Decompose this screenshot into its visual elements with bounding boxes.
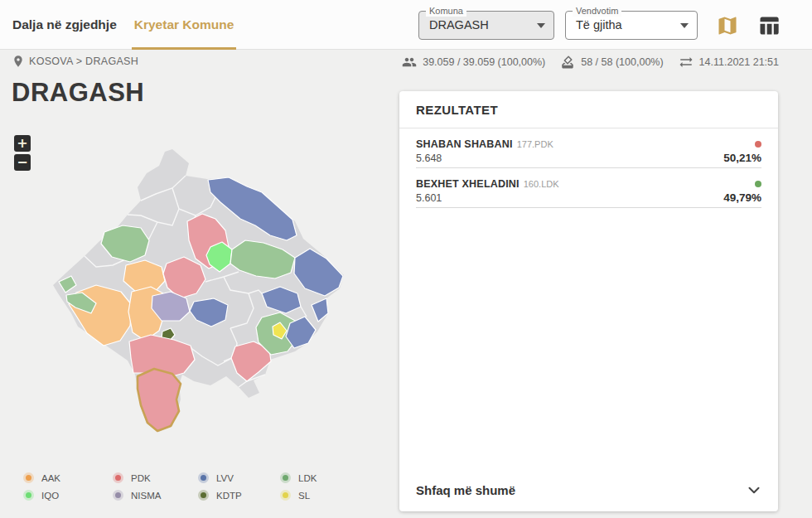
map-zoom-controls: + − xyxy=(14,135,31,171)
results-title: REZULTATET xyxy=(416,103,498,117)
candidate-list: SHABAN SHABANI 177.PDK 5.648 50,21% BEXH… xyxy=(399,128,778,208)
party-dot-icon xyxy=(755,141,761,148)
party-dot-icon xyxy=(23,490,34,501)
legend-label: PDK xyxy=(131,473,151,483)
legend-label: LDK xyxy=(298,473,317,483)
sync-arrows-icon xyxy=(679,55,694,70)
candidate-list-number: 177.PDK xyxy=(517,139,553,149)
map-region-selected-dragash[interactable] xyxy=(138,369,181,431)
tab-bar: Dalja në zgjedhjeKryetar Komune xyxy=(12,0,234,50)
candidate-percent: 50,21% xyxy=(723,152,761,164)
stat-item: 14.11.2021 21:51 xyxy=(679,55,779,70)
candidate-votes: 5.648 xyxy=(416,152,442,164)
chevron-down-icon xyxy=(537,23,545,28)
vendvotim-select-label: Vendvotim xyxy=(573,5,621,17)
candidate-list-number: 160.LDK xyxy=(524,179,559,189)
map-icon xyxy=(716,14,739,37)
zoom-in-button[interactable]: + xyxy=(14,135,31,152)
party-dot-icon xyxy=(113,490,123,501)
party-dot-icon xyxy=(198,472,209,483)
chevron-down-icon xyxy=(680,23,689,28)
legend-item-sl: SL xyxy=(280,489,355,501)
party-dot-icon xyxy=(23,472,34,483)
candidate-percent: 49,79% xyxy=(723,191,761,204)
candidate-row: SHABAN SHABANI 177.PDK 5.648 50,21% xyxy=(416,128,761,168)
candidate-name: BEXHET XHELADINI xyxy=(416,178,520,190)
party-dot-icon xyxy=(280,490,291,501)
chevron-down-icon xyxy=(745,481,763,499)
map-view-button[interactable] xyxy=(716,14,739,37)
party-dot-icon xyxy=(755,181,761,187)
tab-dalja-ne-zgjedhje[interactable]: Dalja në zgjedhje xyxy=(12,0,117,50)
top-bar: Dalja në zgjedhjeKryetar Komune Komuna D… xyxy=(0,0,812,50)
legend-label: AAK xyxy=(41,473,60,483)
legend-item-aak: AAK xyxy=(23,472,113,484)
breadcrumb-path[interactable]: KOSOVA > DRAGASH xyxy=(29,56,138,67)
people-icon xyxy=(402,55,417,70)
tab-kryetar-komune[interactable]: Kryetar Komune xyxy=(134,0,234,50)
legend-item-kdtp: KDTP xyxy=(198,489,280,501)
vendvotim-select[interactable]: Vendvotim Të gjitha xyxy=(565,11,698,40)
candidate-votes: 5.601 xyxy=(416,192,442,204)
results-panel: REZULTATET SHABAN SHABANI 177.PDK 5.648 … xyxy=(399,91,778,511)
party-dot-icon xyxy=(113,472,123,483)
legend-label: NISMA xyxy=(131,491,161,501)
party-dot-icon xyxy=(198,490,209,501)
location-pin-icon xyxy=(12,55,25,68)
party-legend: AAKPDKLVVLDKIQONISMAKDTPSL xyxy=(23,472,355,501)
stat-item: 58 / 58 (100,00%) xyxy=(560,55,663,70)
legend-label: SL xyxy=(298,491,310,501)
breadcrumb[interactable]: KOSOVA > DRAGASH xyxy=(12,55,138,68)
kosovo-municipalities-map[interactable] xyxy=(48,143,367,441)
legend-item-lvv: LVV xyxy=(198,472,280,484)
stat-text: 39.059 / 39.059 (100,00%) xyxy=(423,56,545,68)
party-dot-icon xyxy=(280,472,291,483)
results-panel-header: REZULTATET xyxy=(399,91,778,128)
legend-label: IQO xyxy=(41,491,59,501)
legend-item-ldk: LDK xyxy=(280,472,355,484)
show-more-label: Shfaq më shumë xyxy=(416,483,515,497)
komuna-select-label: Komuna xyxy=(426,5,466,17)
legend-item-pdk: PDK xyxy=(113,472,198,484)
table-icon xyxy=(757,14,781,37)
show-more-button[interactable]: Shfaq më shumë xyxy=(399,468,778,511)
zoom-out-button[interactable]: − xyxy=(14,154,31,171)
stat-text: 14.11.2021 21:51 xyxy=(699,56,779,68)
stats-row: 39.059 / 39.059 (100,00%)58 / 58 (100,00… xyxy=(402,55,779,70)
komuna-select[interactable]: Komuna DRAGASH xyxy=(418,11,554,40)
candidate-row: BEXHET XHELADINI 160.LDK 5.601 49,79% xyxy=(416,168,761,208)
legend-label: KDTP xyxy=(216,491,242,501)
page-title: DRAGASH xyxy=(12,78,144,108)
ballot-icon xyxy=(560,55,575,70)
legend-label: LVV xyxy=(216,473,234,483)
stat-item: 39.059 / 39.059 (100,00%) xyxy=(402,55,545,70)
table-view-button[interactable] xyxy=(757,14,781,37)
stat-text: 58 / 58 (100,00%) xyxy=(581,56,663,68)
legend-item-nisma: NISMA xyxy=(113,489,198,501)
candidate-name: SHABAN SHABANI xyxy=(416,138,513,150)
legend-item-iqo: IQO xyxy=(23,489,113,501)
